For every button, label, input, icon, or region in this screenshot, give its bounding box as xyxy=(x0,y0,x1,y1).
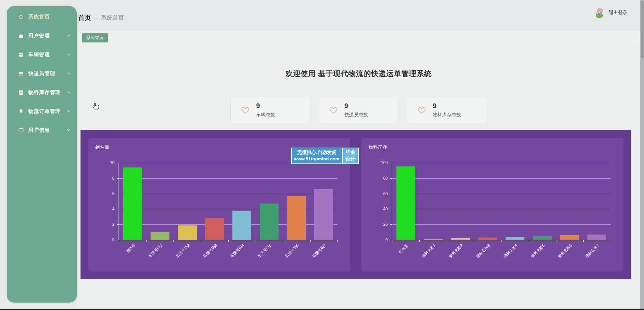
watermark: 无须担心.自动发货 www.51topmind.com 毕业 设计 xyxy=(291,148,359,164)
stat-text: 9车辆总数 xyxy=(256,102,275,118)
x-tick-mark xyxy=(337,240,338,242)
watermark-text-box: 无须担心.自动发货 www.51topmind.com xyxy=(291,148,343,164)
sidebar-item-用户管理[interactable]: 用户管理 xyxy=(7,26,77,45)
watermark-line1: 无须担心.自动发货 xyxy=(294,149,340,156)
y-tick-label: 0 xyxy=(385,238,388,242)
x-tick-mark xyxy=(556,240,556,242)
stat-value: 9 xyxy=(433,102,461,110)
y-tick-label: 4 xyxy=(112,207,115,211)
x-axis-label: 物料名称6 xyxy=(570,243,587,248)
chart-bar xyxy=(587,235,606,240)
y-tick-mark xyxy=(117,178,119,179)
x-axis-label: 车牌号码1 xyxy=(160,243,178,248)
sidebar-item-用户信息[interactable]: 用户信息 xyxy=(7,121,77,140)
x-tick-mark xyxy=(119,240,119,242)
x-tick-mark xyxy=(583,240,584,242)
laptop-icon xyxy=(18,70,24,76)
y-tick-label: 8 xyxy=(112,176,115,181)
y-tick-mark xyxy=(117,163,119,163)
y-tick-mark xyxy=(390,194,392,194)
chevron-down-icon xyxy=(67,34,71,38)
breadcrumb: 首页 ≡ 系统首页 xyxy=(78,13,124,22)
y-tick-label: 40 xyxy=(383,207,388,211)
y-tick-label: 2 xyxy=(112,222,115,227)
sidebar-item-车辆管理[interactable]: 车辆管理 xyxy=(7,45,77,64)
sidebar-item-快递员管理[interactable]: 快递员管理 xyxy=(7,64,77,83)
y-tick-label: 60 xyxy=(383,191,388,196)
x-tick-mark xyxy=(447,240,447,242)
watermark-badge: 毕业 设计 xyxy=(343,148,359,164)
gridline xyxy=(119,194,337,194)
y-tick-mark xyxy=(390,163,392,163)
x-axis-label: 物料名称5 xyxy=(542,243,560,248)
chart-bar xyxy=(478,238,497,240)
sidebar: 系统首页用户管理车辆管理快递员管理物料库存管理物流订单管理用户信息 xyxy=(7,6,77,303)
sidebar-item-label: 物料库存管理 xyxy=(28,89,67,96)
stat-text: 9物料库存总数 xyxy=(433,102,461,118)
scrollbar[interactable] xyxy=(640,0,644,310)
card-icon xyxy=(18,127,24,133)
sidebar-item-label: 物流订单管理 xyxy=(28,108,67,115)
chart-bar xyxy=(178,225,197,240)
x-tick-mark xyxy=(611,240,611,242)
chevron-down-icon xyxy=(67,109,71,113)
chart-icon xyxy=(18,89,24,95)
y-tick-label: 10 xyxy=(110,160,115,165)
chart-title-inventory: 物料库存 xyxy=(368,144,387,150)
stat-label: 车辆总数 xyxy=(256,112,275,118)
sidebar-item-系统首页[interactable]: 系统首页 xyxy=(7,7,77,26)
avatar[interactable] xyxy=(594,8,605,18)
gridline xyxy=(392,194,611,194)
chart-bar xyxy=(232,211,251,240)
stat-label: 物料库存总数 xyxy=(433,112,461,118)
stat-card: 9车辆总数 xyxy=(230,97,311,123)
chart-bar xyxy=(314,189,333,240)
breadcrumb-home[interactable]: 首页 xyxy=(78,13,91,22)
scrollbar-thumb[interactable] xyxy=(641,1,644,58)
x-axis-label: 物料名称3 xyxy=(488,243,505,248)
x-axis-label: 物料名称7 xyxy=(597,243,614,248)
y-tick-mark xyxy=(117,194,119,194)
sidebar-item-label: 用户信息 xyxy=(28,127,67,133)
logout-button[interactable]: 退出登录 xyxy=(609,10,627,16)
main-content: 欢迎使用 基于现代物流的快递运单管理系统 9车辆总数9快递员总数9物料库存总数 … xyxy=(77,45,640,309)
sidebar-item-label: 系统首页 xyxy=(28,14,71,20)
chevron-down-icon xyxy=(67,53,71,57)
chart-bar xyxy=(424,239,443,240)
x-axis-label: 车牌号码2 xyxy=(187,243,205,248)
tabbar: 系统首页 xyxy=(77,31,640,45)
chart-bar xyxy=(205,218,224,240)
chart-bar xyxy=(260,204,279,240)
x-axis-label: 车牌号码5 xyxy=(269,243,287,248)
sidebar-item-物流订单管理[interactable]: 物流订单管理 xyxy=(7,102,77,121)
stat-cards-row: 9车辆总数9快递员总数9物料库存总数 xyxy=(77,97,640,123)
sidebar-item-物料库存管理[interactable]: 物料库存管理 xyxy=(7,83,77,102)
x-axis-label: 打包带 xyxy=(406,243,418,248)
gridline xyxy=(392,209,611,209)
stat-text: 9快递员总数 xyxy=(345,102,368,118)
stat-card: 9快递员总数 xyxy=(319,97,399,123)
x-axis-label: 车牌号码3 xyxy=(215,243,232,248)
topbar: 首页 ≡ 系统首页 退出登录 xyxy=(77,0,640,30)
sidebar-item-label: 快递员管理 xyxy=(28,70,67,77)
y-tick-label: 20 xyxy=(383,222,388,227)
chart-bar xyxy=(560,235,579,240)
y-tick-mark xyxy=(390,178,392,179)
avatar-eye xyxy=(597,12,599,14)
avatar-eye xyxy=(600,12,602,14)
tab-system-home[interactable]: 系统首页 xyxy=(82,33,108,42)
x-axis-label: 赣256 xyxy=(133,243,143,248)
sidebar-item-label: 车辆管理 xyxy=(28,52,67,58)
chart-title-arrivals: 到件量 xyxy=(95,144,109,150)
x-tick-mark xyxy=(310,240,311,242)
page-title: 欢迎使用 基于现代物流的快递运单管理系统 xyxy=(77,69,640,79)
gridline xyxy=(119,178,337,179)
x-tick-mark xyxy=(392,240,392,242)
chart-card-inventory: 物料库存 020406080100打包带物料名称1物料名称2物料名称3物料名称4… xyxy=(361,138,623,272)
chart-bar xyxy=(287,196,306,240)
x-tick-mark xyxy=(146,240,147,242)
chart-bar xyxy=(451,238,470,240)
y-tick-label: 0 xyxy=(112,238,115,242)
y-tick-label: 6 xyxy=(112,191,115,196)
charts-band: 到件量 0246810赣256车牌号码1车牌号码2车牌号码3车牌号码4车牌号码5… xyxy=(80,130,631,279)
